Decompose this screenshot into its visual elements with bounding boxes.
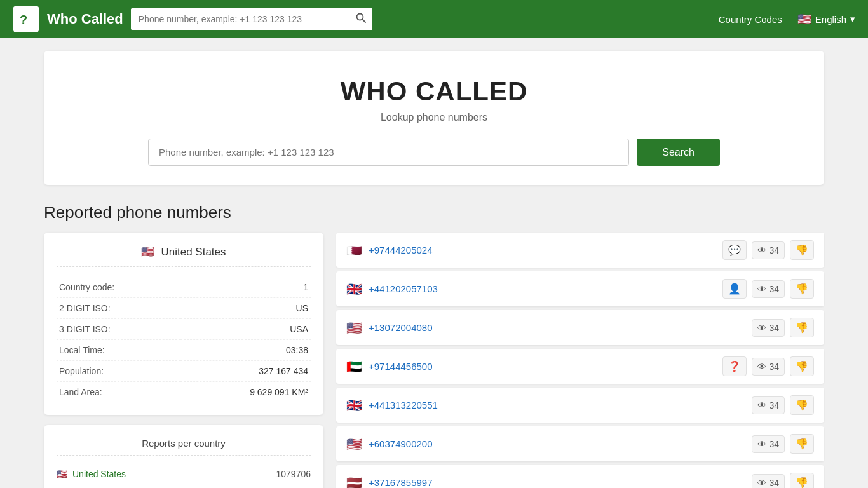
views-badge: 👁 34: [752, 319, 785, 337]
svg-line-3: [362, 20, 365, 23]
hero-card: WHO CALLED Lookup phone numbers Search: [44, 51, 824, 185]
svg-text:?: ?: [20, 13, 27, 27]
phone-list-item: 🇺🇸 +13072004080 👁 34 👎: [336, 310, 824, 345]
navbar-search-input[interactable]: [131, 9, 349, 29]
reports-country-left: 🇺🇸 United States: [57, 469, 126, 479]
views-badge: 👁 34: [752, 358, 785, 376]
phone-list-item: 🇬🇧 +441313220551 👁 34 👎: [336, 388, 824, 423]
iso3-value: USA: [180, 319, 311, 340]
phone-list-item: 🇶🇦 +97444205024 💬 👁 34 👎: [336, 233, 824, 268]
right-column: 🇶🇦 +97444205024 💬 👁 34 👎 🇬🇧 +44120205710…: [336, 233, 824, 488]
phone-item-right: 👁 34 👎: [752, 318, 814, 337]
phone-number-list: 🇶🇦 +97444205024 💬 👁 34 👎 🇬🇧 +44120205710…: [336, 233, 824, 488]
table-row: 3 DIGIT ISO: USA: [57, 319, 311, 340]
phone-item-left: 🇱🇻 +37167855997: [346, 475, 433, 489]
language-selector[interactable]: 🇺🇸 English ▾: [797, 12, 855, 26]
thumbs-down-button[interactable]: 👎: [790, 395, 814, 415]
navbar-search-button[interactable]: [349, 8, 372, 30]
land-area-value: 9 629 091 KM²: [180, 382, 311, 403]
phone-item-right: 👤 👁 34 👎: [722, 279, 814, 299]
site-name: Who Called: [47, 11, 123, 27]
table-row: Population: 327 167 434: [57, 361, 311, 382]
view-count: 34: [769, 362, 779, 372]
navbar-left: ? Who Called: [13, 6, 372, 32]
navbar: ? Who Called Country Codes 🇺🇸 English ▾: [0, 0, 868, 38]
population-label: Population:: [57, 361, 180, 382]
country-code-label: Country code:: [57, 277, 180, 298]
eye-icon: 👁: [757, 478, 766, 488]
hero-search-row: Search: [148, 139, 720, 166]
view-count: 34: [769, 400, 779, 410]
country-card-header: 🇺🇸 United States: [57, 245, 311, 267]
phone-list-item: 🇺🇸 +60374900200 👁 34 👎: [336, 426, 824, 461]
phone-flag: 🇬🇧: [346, 398, 362, 413]
eye-icon: 👁: [757, 245, 766, 255]
phone-number-link[interactable]: +37167855997: [369, 477, 433, 488]
hero-search-input[interactable]: [148, 139, 629, 166]
iso2-value: US: [180, 298, 311, 319]
language-dropdown-arrow: ▾: [850, 13, 855, 25]
phone-flag: 🇺🇸: [346, 437, 362, 452]
view-count: 34: [769, 245, 779, 255]
phone-item-left: 🇬🇧 +441313220551: [346, 398, 438, 413]
reports-count: 1079706: [276, 469, 311, 479]
phone-flag: 🇺🇸: [346, 320, 362, 336]
phone-number-link[interactable]: +441202057103: [369, 283, 438, 294]
views-badge: 👁 34: [752, 241, 785, 259]
phone-flag: 🇬🇧: [346, 281, 362, 297]
view-count: 34: [769, 284, 779, 294]
phone-number-link[interactable]: +60374900200: [369, 438, 433, 449]
person-icon-button[interactable]: 👤: [722, 279, 747, 299]
phone-number-link[interactable]: +97144456500: [369, 361, 433, 372]
country-flag: 🇺🇸: [141, 245, 154, 259]
thumbs-down-button[interactable]: 👎: [790, 356, 814, 376]
thumbs-down-button[interactable]: 👎: [790, 279, 814, 299]
iso3-label: 3 DIGIT ISO:: [57, 319, 180, 340]
phone-item-left: 🇦🇪 +97144456500: [346, 359, 433, 374]
thumbs-down-button[interactable]: 👎: [790, 473, 814, 488]
table-row: Land Area: 9 629 091 KM²: [57, 382, 311, 403]
phone-list-item: 🇦🇪 +97144456500 ❓ 👁 34 👎: [336, 349, 824, 384]
content-columns: 🇺🇸 United States Country code: 1 2 DIGIT…: [44, 233, 824, 488]
phone-item-left: 🇺🇸 +13072004080: [346, 320, 433, 336]
thumbs-down-button[interactable]: 👎: [790, 434, 814, 454]
eye-icon: 👁: [757, 439, 766, 449]
navbar-search-container: [131, 8, 372, 30]
country-link[interactable]: United States: [72, 469, 126, 479]
chat-icon-button[interactable]: 💬: [722, 240, 747, 260]
navbar-right: Country Codes 🇺🇸 English ▾: [719, 12, 855, 26]
phone-number-link[interactable]: +97444205024: [369, 245, 433, 255]
eye-icon: 👁: [757, 400, 766, 410]
thumbs-down-button[interactable]: 👎: [790, 240, 814, 260]
phone-item-left: 🇶🇦 +97444205024: [346, 243, 433, 258]
local-time-label: Local Time:: [57, 340, 180, 361]
phone-list-item: 🇬🇧 +441202057103 👤 👁 34 👎: [336, 271, 824, 306]
phone-item-left: 🇬🇧 +441202057103: [346, 281, 438, 297]
phone-number-link[interactable]: +441313220551: [369, 400, 438, 410]
phone-item-right: 👁 34 👎: [752, 473, 814, 488]
eye-icon: 👁: [757, 362, 766, 372]
reports-list-item: 🇺🇸 United States 1079706: [57, 464, 311, 484]
phone-flag: 🇱🇻: [346, 475, 362, 489]
phone-item-right: 👁 34 👎: [752, 395, 814, 415]
views-badge: 👁 34: [752, 474, 785, 489]
phone-number-link[interactable]: +13072004080: [369, 322, 433, 333]
question-icon-button[interactable]: ❓: [722, 356, 747, 376]
view-count: 34: [769, 478, 779, 488]
country-codes-link[interactable]: Country Codes: [719, 14, 782, 25]
phone-list-item: 🇱🇻 +37167855997 👁 34 👎: [336, 465, 824, 488]
reports-per-country-card: Reports per country 🇺🇸 United States 107…: [44, 425, 323, 488]
table-row: Local Time: 03:38: [57, 340, 311, 361]
thumbs-down-button[interactable]: 👎: [790, 318, 814, 337]
hero-search-button[interactable]: Search: [637, 139, 720, 166]
site-logo: ?: [13, 6, 39, 32]
phone-item-right: 👁 34 👎: [752, 434, 814, 454]
main-container: WHO CALLED Lookup phone numbers Search R…: [34, 38, 834, 488]
reports-country-list: 🇺🇸 United States 1079706 🇨🇱 Chile 8444 🇧…: [57, 464, 311, 488]
country-flag-icon: 🇺🇸: [57, 469, 67, 479]
language-label: English: [815, 14, 846, 25]
language-flag: 🇺🇸: [797, 12, 811, 26]
country-name: United States: [161, 246, 226, 259]
iso2-label: 2 DIGIT ISO:: [57, 298, 180, 319]
reports-per-country-title: Reports per country: [57, 438, 311, 456]
